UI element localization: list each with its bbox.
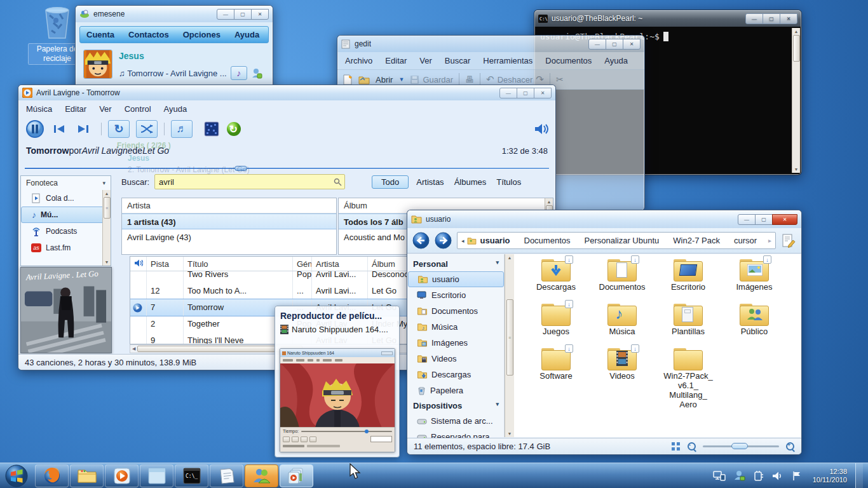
sidebar-item-sistema[interactable]: Sistema de arc... bbox=[408, 413, 504, 429]
menu-contactos[interactable]: Contactos bbox=[128, 30, 169, 39]
taskbar-window-button[interactable] bbox=[140, 464, 173, 487]
sidebar-item-podcasts[interactable]: Podcasts bbox=[21, 223, 111, 240]
show-desktop-button[interactable] bbox=[855, 463, 863, 488]
taskbar-explorer-button[interactable] bbox=[70, 464, 104, 487]
edit-location-button[interactable] bbox=[781, 233, 796, 248]
network-icon[interactable] bbox=[713, 471, 726, 481]
maximize-button[interactable]: ▢ bbox=[606, 39, 623, 50]
undo-icon[interactable]: ↶ bbox=[486, 74, 494, 85]
column-artista[interactable]: Artista bbox=[312, 257, 368, 271]
artist-all-row[interactable]: 1 artista (43) bbox=[122, 214, 336, 229]
scroll-up-icon[interactable]: ▲ bbox=[794, 29, 799, 34]
sidebar-item-queue[interactable]: Cola d... bbox=[21, 190, 111, 207]
seek-bar[interactable] bbox=[25, 166, 549, 171]
sidebar-header-personal[interactable]: Personal bbox=[413, 259, 448, 269]
maximize-button[interactable]: ▢ bbox=[763, 13, 780, 24]
menu-ver[interactable]: Ver bbox=[419, 56, 432, 65]
desktop[interactable]: { "icons": {"minimize":"—","maximize":"▢… bbox=[0, 0, 868, 488]
fm-sidebar-scrollbar[interactable]: ▲ ≡ ▼ bbox=[505, 254, 514, 437]
menu-musica[interactable]: Música bbox=[26, 104, 52, 114]
repeat-toggle-button[interactable]: ↻ bbox=[108, 120, 130, 138]
taskbar-movieplayer-button[interactable] bbox=[280, 464, 313, 487]
forward-button[interactable] bbox=[435, 232, 452, 249]
terminal-scrollbar[interactable]: ▲ ▼ bbox=[792, 28, 800, 173]
collapse-icon[interactable]: ▾ bbox=[496, 401, 499, 410]
zoom-in-button[interactable]: + bbox=[785, 442, 795, 451]
minimize-button[interactable]: — bbox=[217, 9, 234, 20]
redo-icon[interactable]: ↷ bbox=[536, 74, 544, 85]
fm-file-grid[interactable]: ↓ Descargas ↓ Documentos Escritorio ↓ bbox=[514, 254, 801, 437]
volume-icon[interactable] bbox=[534, 123, 549, 135]
user-name[interactable]: Jesus bbox=[119, 51, 265, 61]
tab-todo[interactable]: Todo bbox=[372, 175, 409, 189]
sidebar-item-escritorio[interactable]: Escritorio bbox=[408, 287, 504, 303]
back-button[interactable] bbox=[412, 232, 430, 249]
source-header[interactable]: Fonoteca bbox=[26, 179, 58, 187]
open-button[interactable]: Abrir bbox=[376, 75, 393, 85]
column-pista[interactable]: Pista bbox=[147, 257, 184, 271]
preview-thumbnail[interactable]: Naruto Shippuuden 164 Tiempo: bbox=[280, 348, 395, 452]
minimize-button[interactable]: — bbox=[588, 39, 606, 50]
print-icon[interactable]: 🖶 bbox=[465, 74, 474, 85]
breadcrumb-item-win27pack[interactable]: Win2-7 Pack bbox=[667, 236, 726, 245]
emesene-titlebar[interactable]: emesene — ▢ ✕ bbox=[76, 6, 273, 22]
taskbar-clock[interactable]: 12:38 10/11/2010 bbox=[813, 468, 847, 484]
menu-ayuda[interactable]: Ayuda bbox=[604, 56, 628, 65]
menu-ver[interactable]: Ver bbox=[99, 104, 112, 114]
menu-editar[interactable]: Editar bbox=[385, 56, 407, 65]
menu-editar[interactable]: Editar bbox=[65, 104, 86, 114]
avatar[interactable] bbox=[83, 50, 112, 79]
tab-artistas[interactable]: Artistas bbox=[414, 176, 446, 188]
sync-button[interactable]: ↻ bbox=[226, 121, 242, 137]
folder-imagenes[interactable]: ↓ Imágenes bbox=[721, 259, 787, 292]
next-button[interactable] bbox=[74, 123, 91, 135]
breadcrumb-item-personalizar[interactable]: Personalizar Ubuntu bbox=[578, 236, 665, 245]
player-titlebar[interactable]: Avril Lavigne - Tomorrow — ▢ ✕ bbox=[18, 85, 555, 100]
cut-icon[interactable]: ✂ bbox=[556, 74, 564, 85]
menu-documentos[interactable]: Documentos bbox=[545, 56, 592, 65]
minimize-button[interactable]: — bbox=[745, 13, 763, 24]
folder-musica[interactable]: ♪ Música bbox=[589, 304, 655, 336]
tab-albumes[interactable]: Álbumes bbox=[452, 176, 489, 188]
sidebar-item-imagenes[interactable]: Imágenes bbox=[408, 335, 504, 351]
zoom-slider-handle[interactable] bbox=[731, 443, 748, 449]
folder-videos[interactable]: ↓ Videos bbox=[589, 348, 655, 381]
zoom-slider[interactable] bbox=[703, 445, 779, 447]
crumb-back-icon[interactable]: ◂ bbox=[461, 238, 465, 244]
messenger-tray-icon[interactable] bbox=[734, 470, 745, 481]
sidebar-item-music[interactable]: ♪ Mú... ▸ bbox=[21, 207, 111, 223]
close-button[interactable]: ✕ bbox=[772, 214, 797, 225]
scrollbar-thumb[interactable] bbox=[793, 35, 800, 62]
now-playing-toggle-button[interactable]: ♪ bbox=[231, 66, 247, 80]
artist-column-header[interactable]: Artista bbox=[122, 198, 336, 214]
minimize-button[interactable]: — bbox=[738, 214, 756, 225]
breadcrumb-item-documentos[interactable]: Documentos bbox=[519, 236, 576, 245]
scroll-down-icon[interactable]: ▼ bbox=[794, 167, 799, 172]
sidebar-item-usuario[interactable]: usuario bbox=[408, 271, 504, 287]
scroll-up-icon[interactable]: ▲ bbox=[105, 191, 109, 196]
view-grid-icon[interactable] bbox=[672, 442, 681, 451]
close-button[interactable]: ✕ bbox=[623, 39, 641, 50]
search-icon[interactable] bbox=[334, 178, 342, 186]
collapse-icon[interactable]: ▾ bbox=[102, 180, 105, 186]
menu-opciones[interactable]: Opciones bbox=[183, 30, 220, 39]
flag-icon[interactable] bbox=[792, 471, 802, 481]
close-button[interactable]: ✕ bbox=[780, 13, 797, 24]
menu-archivo[interactable]: Archivo bbox=[345, 56, 372, 65]
collapse-icon[interactable]: ▾ bbox=[496, 259, 499, 269]
breadcrumb-item-usuario[interactable]: usuario bbox=[479, 236, 516, 245]
scroll-down-icon[interactable]: ▼ bbox=[105, 260, 109, 264]
breadcrumb-item-cursor[interactable]: cursor bbox=[728, 236, 763, 245]
maximize-button[interactable]: ▢ bbox=[234, 9, 252, 20]
save-icon[interactable] bbox=[410, 75, 419, 85]
scroll-down-icon[interactable]: ▼ bbox=[508, 431, 512, 436]
pause-button[interactable] bbox=[25, 119, 45, 139]
scroll-left-icon[interactable]: ◀ bbox=[130, 346, 137, 351]
shuffle-toggle-button[interactable] bbox=[136, 120, 158, 138]
save-button[interactable]: Guardar bbox=[423, 75, 453, 85]
visualization-button[interactable] bbox=[204, 121, 219, 137]
folder-software[interactable]: ↓ Software bbox=[523, 348, 589, 381]
menu-ayuda[interactable]: Ayuda bbox=[234, 30, 259, 39]
folder-publico[interactable]: Público bbox=[721, 304, 787, 336]
volume-icon[interactable] bbox=[772, 471, 783, 481]
